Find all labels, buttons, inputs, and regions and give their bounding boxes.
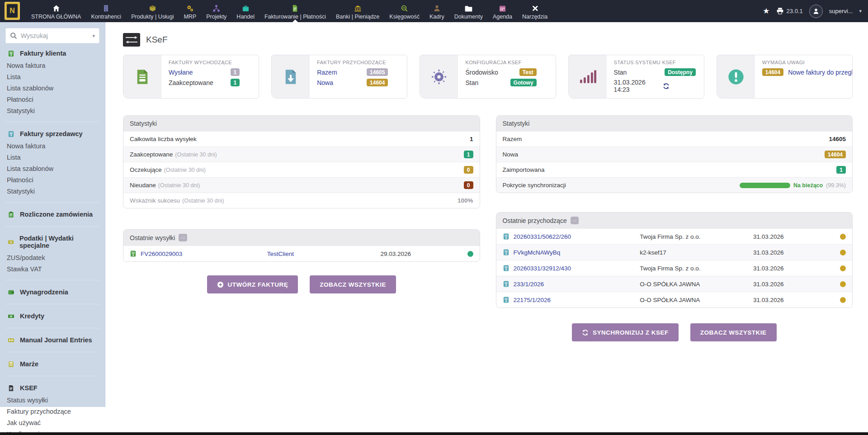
sidebar-item-statystyki[interactable]: Statystyki <box>5 185 99 197</box>
sidebar-search[interactable]: ▾ <box>5 28 99 43</box>
nav-item-mrp[interactable]: MRP <box>179 0 201 22</box>
sidebar-divider <box>5 352 99 352</box>
user-menu[interactable]: supervi... <box>829 8 853 14</box>
invoice-number-link[interactable]: $ 20260331/32912/430 <box>503 265 640 272</box>
sidebar-item-zus-podatek[interactable]: ZUS/podatek <box>5 252 99 263</box>
invoice-number-link[interactable]: $ 22175/1/2026 <box>503 296 640 303</box>
client-link[interactable]: TestClient <box>267 251 381 257</box>
panel-title: Ostatnie wysyłki <box>130 234 175 241</box>
nav-item-banks[interactable]: Banki | Pieniądze <box>331 0 384 22</box>
nowa-count-badge: 14604 <box>367 79 388 86</box>
sidebar-section-kredyty: 0 Kredyty <box>5 306 99 326</box>
sync-ksef-button[interactable]: SYNCHRONIZUJ Z KSEF <box>572 323 679 341</box>
search-dropdown-caret-icon[interactable]: ▾ <box>92 33 95 39</box>
sidebar-item-status-wysylki[interactable]: Status wysyłki <box>5 394 99 406</box>
nav-item-agenda[interactable]: Agenda <box>488 0 517 22</box>
sidebar-header-marze[interactable]: Marże <box>5 357 99 370</box>
nav-item-contacts[interactable]: Kontrahenci <box>86 0 126 22</box>
nowa-link[interactable]: Nowa <box>317 79 333 86</box>
sidebar-item-nowa-faktura[interactable]: Nowa faktura <box>5 140 99 151</box>
print-button[interactable]: 23.0.1 <box>776 7 803 15</box>
chevron-down-icon[interactable]: ▾ <box>859 8 862 14</box>
sidebar-item-lista-szablonow[interactable]: Lista szablonów <box>5 82 99 94</box>
sidebar-item-faktury-przychodzace[interactable]: Faktury przychodzące <box>5 406 99 417</box>
nav-item-invoicing[interactable]: Fakturowanie | Płatności <box>259 0 331 22</box>
nav-item-trade[interactable]: Handel <box>231 0 259 22</box>
sidebar-header-faktury-klienta[interactable]: $ Faktury klienta <box>5 46 99 60</box>
outgoing-invoice-row: $ FV2600029003 TestClient 29.03.2026 <box>123 246 480 261</box>
nav-item-accounting[interactable]: Księgowość <box>384 0 425 22</box>
invoice-number-link[interactable]: $ 233/1/2026 <box>503 280 640 288</box>
sidebar-item-platnosci[interactable]: Płatności <box>5 174 99 185</box>
nav-item-projects[interactable]: Projekty <box>201 0 231 22</box>
refresh-status-button[interactable] <box>663 83 670 90</box>
sidebar-item-lista-szablonow[interactable]: Lista szablonów <box>5 163 99 174</box>
nav-item-products[interactable]: Produkty | Usługi <box>126 0 179 22</box>
more-options-button[interactable]: ... <box>571 217 579 224</box>
sidebar-section-title: Podatki | Wydatki specjalne <box>19 235 99 249</box>
nav-item-tools[interactable]: Narzędzia <box>517 0 552 22</box>
nav-item-documents[interactable]: Dokumenty <box>449 0 488 22</box>
plus-circle-icon <box>217 281 224 288</box>
sidebar-section-title: Faktury klienta <box>20 50 66 57</box>
status-dot-gold <box>840 281 846 287</box>
sidebar-header-kredyty[interactable]: 0 Kredyty <box>5 309 99 322</box>
invoice-date: 29.03.2026 <box>380 251 455 257</box>
sidebar: ▾ $ Faktury klienta Nowa faktura Lista L… <box>0 22 105 407</box>
invoice-number-link[interactable]: $ FV2600029003 <box>130 250 267 257</box>
panel-title: Ostatnie przychodzące <box>503 217 567 224</box>
sidebar-section-podatki: $ Podatki | Wydatki specjalne ZUS/podate… <box>5 228 99 278</box>
sidebar-item-nowa-faktura[interactable]: Nowa faktura <box>5 60 99 71</box>
pending-badge: 0 <box>464 166 473 174</box>
sidebar-item-platnosci[interactable]: Płatności <box>5 94 99 105</box>
nav-item-label: Kontrahenci <box>91 14 121 20</box>
nav-item-label: Księgowość <box>389 14 420 20</box>
nav-item-label: Dokumenty <box>454 14 483 20</box>
product-box-icon <box>149 4 156 13</box>
stats-outgoing-panel: Statystyki Całkowita liczba wysyłek1 Zaa… <box>123 115 480 208</box>
sync-status-label: Na bieżąco <box>793 182 823 189</box>
favorites-star-icon[interactable]: ★ <box>763 6 769 16</box>
sidebar-item-jak-uzywac[interactable]: Jak używać <box>5 417 99 428</box>
sidebar-item-statystyki[interactable]: Statystyki <box>5 105 99 116</box>
incoming-actions: SYNCHRONIZUJ Z KSEF ZOBACZ WSZYSTKIE <box>496 323 853 341</box>
outgoing-invoice-icon <box>123 55 161 98</box>
nav-item-label: Handel <box>236 14 255 20</box>
sidebar-header-podatki[interactable]: $ Podatki | Wydatki specjalne <box>5 231 99 252</box>
accepted-badge: 1 <box>464 151 473 158</box>
recent-outgoing-panel: Ostatnie wysyłki ... $ FV2600029003 Test… <box>123 229 480 262</box>
invoice-date: 31.03.2026 <box>753 297 828 303</box>
create-invoice-button[interactable]: UTWÓRZ FAKTURĘ <box>207 275 298 293</box>
main-menu: STRONA GŁÓWNA Kontrahenci Produkty | Usł… <box>26 0 552 22</box>
review-invoices-link[interactable]: Nowe faktury do przegl… <box>788 69 853 76</box>
invoice-number-link[interactable]: $ 20260331/50622/260 <box>503 233 640 240</box>
sidebar-header-rozliczone[interactable]: Rozliczone zamówienia <box>5 207 99 221</box>
payroll-icon <box>8 289 14 296</box>
sidebar-header-faktury-sprzedawcy[interactable]: $ Faktury sprzedawcy <box>5 127 99 140</box>
sidebar-item-lista[interactable]: Lista <box>5 71 99 82</box>
card-title: FAKTURY PRZYCHODZĄCE <box>317 60 401 65</box>
more-options-button[interactable]: ... <box>179 234 187 241</box>
sidebar-item-lista[interactable]: Lista <box>5 151 99 163</box>
invoice-customer-icon: $ <box>8 50 14 57</box>
view-all-incoming-button[interactable]: ZOBACZ WSZYSTKIE <box>690 323 777 341</box>
sidebar-header-ksef[interactable]: KSEF <box>5 381 99 394</box>
nav-item-home[interactable]: STRONA GŁÓWNA <box>26 0 86 22</box>
page-header: KSeF <box>123 33 853 47</box>
search-input[interactable] <box>21 32 89 39</box>
gears-icon <box>186 4 194 13</box>
sidebar-item-stawka-vat[interactable]: Stawka VAT <box>5 263 99 274</box>
stat-row-pending: Oczekujące(Ostatnie 30 dni) 0 <box>123 162 480 177</box>
margins-icon <box>8 361 14 368</box>
sidebar-header-wynagrodzenia[interactable]: Wynagrodzenia <box>5 285 99 298</box>
sidebar-header-journal[interactable]: Manual Journal Entries <box>5 333 99 346</box>
view-all-outgoing-button[interactable]: ZOBACZ WSZYSTKIE <box>310 275 396 293</box>
user-avatar[interactable] <box>809 5 823 18</box>
sidebar-section-journal: Manual Journal Entries <box>5 330 99 350</box>
app-logo[interactable]: N <box>5 2 20 20</box>
wyslane-link[interactable]: Wysłane <box>169 69 193 76</box>
razem-link[interactable]: Razem <box>317 69 337 76</box>
nav-item-hr[interactable]: Kadry <box>425 0 449 22</box>
invoice-doc-icon: $ <box>503 296 509 303</box>
invoice-number-link[interactable]: $ FVkgMcNAWyBq <box>503 249 640 256</box>
